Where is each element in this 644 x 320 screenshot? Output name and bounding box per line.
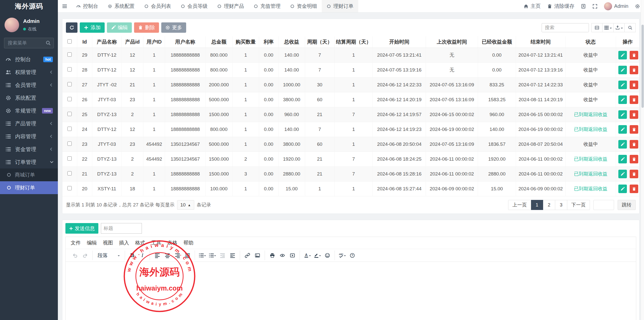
tab-system-config[interactable]: 系统配置 (103, 0, 139, 12)
undo-button[interactable] (70, 251, 80, 260)
text-color-button[interactable] (302, 251, 312, 260)
scrollbar-thumb[interactable] (641, 25, 644, 108)
menu-insert[interactable]: 插入 (116, 238, 132, 247)
tab-finance-products[interactable]: 理财产品 (212, 0, 249, 12)
export-button[interactable] (614, 23, 625, 32)
delete-row-button[interactable] (630, 110, 638, 119)
link-button[interactable] (243, 251, 252, 260)
sidebar-item-products[interactable]: 产品管理 (0, 117, 58, 130)
jump-button[interactable]: 跳转 (618, 200, 636, 210)
jump-page-input[interactable] (593, 200, 614, 210)
insert-media-button[interactable] (288, 251, 297, 260)
table-row[interactable]: 20 XSTY-11 18 1 18888888888 100.000 1 0.… (62, 182, 639, 196)
sidebar-item-permissions[interactable]: 权限管理 (0, 66, 58, 79)
sidebar-item-general[interactable]: 常规管理 new (0, 104, 58, 117)
align-right-button[interactable] (173, 251, 182, 260)
col-header-start-time[interactable]: 开始时间 (373, 36, 426, 48)
col-header-id[interactable]: Id (77, 36, 92, 48)
menu-file[interactable]: 文件 (68, 238, 83, 247)
clear-cache-link[interactable]: 清除缓存 (547, 3, 574, 10)
tab-member-list[interactable]: 会员列表 (139, 0, 176, 12)
submenu-item-finance-orders[interactable]: 理财订单 (0, 181, 58, 194)
sidebar-item-system-config[interactable]: 系统配置 (0, 91, 58, 104)
edit-row-button[interactable] (618, 66, 627, 74)
italic-button[interactable]: I (138, 251, 147, 260)
submenu-item-mall-orders[interactable]: 商城订单 (0, 168, 58, 181)
page-button-1[interactable]: 1 (531, 200, 543, 210)
align-center-button[interactable] (163, 251, 172, 260)
fullscreen-button[interactable] (592, 4, 597, 9)
refresh-button[interactable] (66, 22, 77, 33)
sidebar-item-dashboard[interactable]: 控制台 hot (0, 53, 58, 66)
table-row[interactable]: 21 DTYZ-13 2 1 18888888888 1500.000 3 0.… (62, 167, 639, 182)
menu-format[interactable]: 格式 (133, 238, 148, 247)
row-checkbox[interactable] (67, 82, 72, 86)
user-avatar[interactable] (5, 18, 19, 32)
table-search-input[interactable] (542, 23, 589, 32)
indent-button[interactable] (228, 251, 237, 260)
delete-row-button[interactable] (630, 51, 638, 59)
delete-row-button[interactable] (630, 81, 638, 89)
col-header-product-id[interactable]: 产品id (122, 36, 143, 48)
numbered-list-button[interactable] (208, 251, 217, 260)
sidebar-item-funds[interactable]: 资金管理 (0, 143, 58, 156)
row-checkbox[interactable] (67, 186, 72, 190)
page-button-3[interactable]: 3 (555, 200, 567, 210)
language-button[interactable] (581, 4, 586, 9)
edit-row-button[interactable] (618, 51, 627, 59)
select-all-checkbox[interactable] (67, 39, 72, 44)
row-checkbox[interactable] (67, 141, 72, 146)
edit-row-button[interactable] (618, 81, 627, 89)
col-header-total-profit[interactable]: 总收益 (278, 36, 305, 48)
tab-finance-orders[interactable]: 理财订单 (322, 0, 358, 12)
col-header-status[interactable]: 状态 (565, 36, 616, 48)
highlight-color-button[interactable] (312, 251, 322, 260)
row-checkbox[interactable] (67, 112, 72, 116)
advanced-search-button[interactable] (625, 23, 636, 32)
delete-row-button[interactable] (630, 125, 638, 134)
menu-table[interactable]: 表格 (165, 238, 180, 247)
col-header-earned-amount[interactable]: 已经收益金额 (478, 36, 516, 48)
align-left-button[interactable] (152, 251, 162, 260)
paragraph-style-dropdown[interactable]: 段落 (95, 251, 122, 260)
edit-row-button[interactable] (618, 125, 627, 134)
bold-button[interactable]: B (128, 251, 137, 260)
delete-row-button[interactable] (630, 155, 638, 163)
menu-view[interactable]: 视图 (100, 238, 115, 247)
bullet-list-button[interactable] (197, 251, 207, 260)
tab-member-level[interactable]: 会员等级 (176, 0, 212, 12)
page-size-select[interactable]: 10▲ (177, 200, 194, 210)
emoji-button[interactable] (323, 251, 332, 260)
send-message-button[interactable]: 发送信息 (65, 223, 98, 234)
sidebar-item-members[interactable]: 会员管理 (0, 79, 58, 91)
page-scrollbar[interactable] (641, 0, 644, 320)
col-header-user-name[interactable]: 用户名称 (165, 36, 206, 48)
delete-row-button[interactable] (630, 170, 638, 178)
table-row[interactable]: 24 DTTY-12 12 1 18888888888 800.000 1 0.… (62, 122, 639, 137)
print-button[interactable] (267, 251, 277, 260)
row-checkbox[interactable] (67, 97, 72, 101)
edit-row-button[interactable] (618, 155, 627, 163)
columns-button[interactable] (602, 23, 614, 32)
col-header-product-name[interactable]: 产品名称 (92, 36, 122, 48)
row-checkbox[interactable] (67, 171, 72, 175)
delete-row-button[interactable] (630, 66, 638, 74)
col-header-cycle[interactable]: 周期（天） (305, 36, 335, 48)
align-justify-button[interactable] (183, 251, 192, 260)
outdent-button[interactable] (218, 251, 227, 260)
tab-dashboard[interactable]: 控制台 (71, 0, 103, 12)
menu-tools[interactable]: 工具 (149, 238, 164, 247)
col-header-end-time[interactable]: 结束时间 (516, 36, 566, 48)
row-checkbox[interactable] (67, 156, 72, 161)
page-button-2[interactable]: 2 (543, 200, 555, 210)
table-row[interactable]: 23 JTYT-03 23 454492 13501234567 5000.00… (62, 137, 639, 152)
table-row[interactable]: 28 DTTY-12 12 1 18888888888 800.000 1 0.… (62, 63, 639, 78)
edit-row-button[interactable] (618, 95, 627, 104)
col-header-last-profit-time[interactable]: 上次收益时间 (426, 36, 478, 48)
more-button[interactable]: 更多 (161, 22, 186, 33)
pagination-toggle-button[interactable] (591, 23, 602, 32)
sidebar-item-content[interactable]: 内容管理 (0, 130, 58, 143)
admin-menu[interactable]: Admin (604, 2, 628, 10)
table-row[interactable]: 29 DTTY-12 12 1 18888888888 800.000 1 0.… (62, 48, 639, 63)
col-header-user-id[interactable]: 用户ID (143, 36, 165, 48)
